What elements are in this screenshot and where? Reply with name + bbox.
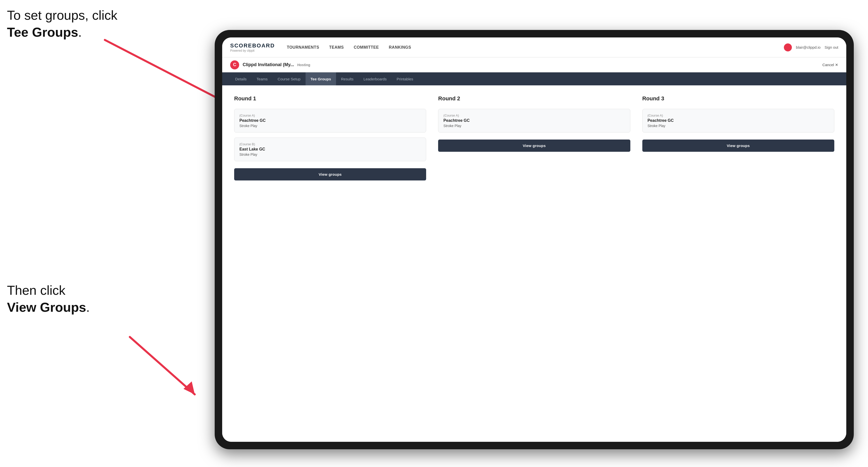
- svg-line-2: [130, 337, 195, 394]
- instruction-bottom: Then click View Groups.: [7, 282, 90, 316]
- round-1-course-a-card: (Course A) Peachtree GC Stroke Play: [234, 109, 426, 132]
- round-1-column: Round 1 (Course A) Peachtree GC Stroke P…: [234, 95, 426, 181]
- instruction-bottom-period: .: [86, 300, 90, 314]
- arrow-bottom-indicator: [80, 322, 220, 407]
- logo-sub: Powered by clippit: [230, 49, 275, 53]
- user-avatar: [784, 43, 792, 52]
- instruction-top-bold: Tee Groups: [7, 25, 78, 39]
- sign-out-link[interactable]: Sign out: [825, 45, 838, 50]
- cancel-button[interactable]: Cancel ✕: [822, 63, 838, 67]
- round-3-course-a-label: (Course A): [648, 114, 829, 117]
- instruction-top-period: .: [78, 25, 82, 39]
- tournament-logo: C: [230, 60, 239, 69]
- instruction-bottom-line1: Then click: [7, 283, 65, 298]
- tab-leaderboards[interactable]: Leaderboards: [359, 72, 392, 85]
- tab-bar: Details Teams Course Setup Tee Groups Re…: [222, 72, 846, 85]
- rounds-grid: Round 1 (Course A) Peachtree GC Stroke P…: [234, 95, 834, 181]
- tab-details[interactable]: Details: [230, 72, 252, 85]
- sub-header: C Clippd Invitational (My... Hosting Can…: [222, 57, 846, 72]
- user-email: blair@clippd.io: [796, 45, 820, 50]
- round-1-course-a-format: Stroke Play: [239, 124, 421, 128]
- logo-text: SCOREBOARD: [230, 42, 275, 49]
- round-2-course-a-card: (Course A) Peachtree GC Stroke Play: [438, 109, 630, 132]
- round-1-title: Round 1: [234, 95, 426, 102]
- tab-results[interactable]: Results: [336, 72, 359, 85]
- nav-rankings[interactable]: RANKINGS: [389, 43, 411, 52]
- instruction-top-line1: To set groups, click: [7, 8, 117, 23]
- round-1-course-b-name: East Lake GC: [239, 147, 421, 152]
- tab-teams[interactable]: Teams: [252, 72, 273, 85]
- instruction-bottom-bold: View Groups: [7, 300, 86, 314]
- tournament-name-text: Clippd Invitational (My...: [243, 62, 294, 67]
- round-1-course-a-label: (Course A): [239, 114, 421, 117]
- logo-scoreboard: SCOREBOARD: [230, 42, 275, 49]
- round-3-course-a-name: Peachtree GC: [648, 118, 829, 123]
- hosting-badge: Hosting: [297, 63, 310, 67]
- round-3-column: Round 3 (Course A) Peachtree GC Stroke P…: [642, 95, 834, 181]
- round-1-view-groups-button[interactable]: View groups: [234, 168, 426, 181]
- tablet-device: SCOREBOARD Powered by clippit TOURNAMENT…: [215, 30, 854, 449]
- nav-teams[interactable]: TEAMS: [329, 43, 344, 52]
- round-3-view-groups-button[interactable]: View groups: [642, 139, 834, 152]
- round-2-course-a-name: Peachtree GC: [443, 118, 625, 123]
- nav-right: blair@clippd.io Sign out: [784, 43, 838, 52]
- svg-marker-3: [184, 381, 195, 394]
- instruction-top: To set groups, click Tee Groups.: [7, 7, 117, 41]
- nav-committee[interactable]: COMMITTEE: [354, 43, 379, 52]
- round-2-view-groups-button[interactable]: View groups: [438, 139, 630, 152]
- tab-course-setup[interactable]: Course Setup: [273, 72, 306, 85]
- round-2-course-a-label: (Course A): [443, 114, 625, 117]
- tab-printables[interactable]: Printables: [392, 72, 418, 85]
- tournament-name: Clippd Invitational (My... Hosting: [243, 62, 822, 67]
- round-1-course-a-name: Peachtree GC: [239, 118, 421, 123]
- main-content: Round 1 (Course A) Peachtree GC Stroke P…: [222, 85, 846, 442]
- round-3-course-a-card: (Course A) Peachtree GC Stroke Play: [642, 109, 834, 132]
- logo-area: SCOREBOARD Powered by clippit: [230, 42, 275, 53]
- round-3-title: Round 3: [642, 95, 834, 102]
- tournament-letter: C: [233, 62, 237, 67]
- round-2-course-a-format: Stroke Play: [443, 124, 625, 128]
- round-2-title: Round 2: [438, 95, 630, 102]
- top-navbar: SCOREBOARD Powered by clippit TOURNAMENT…: [222, 37, 846, 57]
- round-1-course-b-format: Stroke Play: [239, 153, 421, 156]
- tab-tee-groups[interactable]: Tee Groups: [306, 72, 336, 85]
- round-1-course-b-label: (Course B): [239, 142, 421, 146]
- nav-links: TOURNAMENTS TEAMS COMMITTEE RANKINGS: [287, 43, 784, 52]
- nav-tournaments[interactable]: TOURNAMENTS: [287, 43, 319, 52]
- round-2-column: Round 2 (Course A) Peachtree GC Stroke P…: [438, 95, 630, 181]
- round-1-course-b-card: (Course B) East Lake GC Stroke Play: [234, 137, 426, 161]
- round-3-course-a-format: Stroke Play: [648, 124, 829, 128]
- tablet-screen: SCOREBOARD Powered by clippit TOURNAMENT…: [222, 37, 846, 442]
